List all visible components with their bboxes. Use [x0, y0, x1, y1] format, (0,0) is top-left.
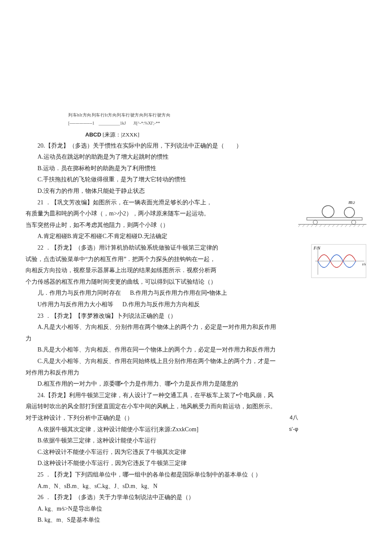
- q24-side-symbol-1: 4八: [290, 413, 298, 423]
- svg-line-12: [324, 224, 326, 227]
- force-time-graph-icon: F/N t/s: [311, 244, 366, 278]
- figure-label-m2: m₂: [349, 199, 355, 205]
- q22-option-c: U作用力与反作用力大小相等: [37, 301, 113, 308]
- q22-figure: F/N t/s: [311, 244, 366, 278]
- svg-text:t/s: t/s: [362, 262, 366, 266]
- options-abcd: ABCD: [85, 131, 101, 138]
- q23-option-d: D.相互作用的一对力中，原委哪•个力是作用力、哪•个力是反作用力是随意的: [26, 378, 366, 390]
- svg-line-8: [307, 224, 309, 227]
- q26-option-a: A. kg、m⁄s>N是导出单位: [26, 503, 366, 515]
- svg-point-4: [352, 220, 356, 224]
- q23-option-c-cont: 对作用力和反作用力: [26, 367, 366, 379]
- q23-option-a: A.凡是大小相等、方向相反、分别作用在两个物体上的两个力，必定是一对作用力和反作…: [26, 322, 366, 333]
- figure-ylabel: F/N: [313, 246, 321, 250]
- q24-stem-line3: 4八 对于这种设计，下列分析中正确的是（）: [26, 413, 366, 424]
- svg-line-16: [341, 224, 343, 227]
- svg-line-17: [345, 224, 347, 227]
- svg-line-7: [303, 224, 305, 227]
- svg-line-20: [358, 224, 360, 227]
- divider-dotted: [----------------1 __________1kJ Jl[^-*:…: [68, 119, 366, 127]
- svg-line-9: [311, 224, 313, 227]
- svg-line-18: [349, 224, 352, 227]
- svg-point-3: [313, 220, 317, 224]
- q23-option-a-cont: 力: [26, 333, 366, 345]
- svg-line-13: [328, 224, 330, 227]
- q22-option-b: B.作用力与反作用力作用在同•物体上: [130, 290, 227, 296]
- q22-options-row2: U作用力与反作用力大小相等 D.作用力与反作用力方向相反: [26, 299, 366, 311]
- q22-options-row1: 儿．作用力与反作用力同时存在 B.作用力与反作用力作用在同•物体上: [26, 288, 366, 299]
- q25-stem: 25 ．【乔龙】下列四组单位中，哪一组中的各单位都是国际单位制中的基本单位（ ）: [26, 469, 366, 481]
- svg-line-19: [354, 224, 356, 227]
- q24-option-a: s'-φ A.依据牛顿其次定律，这种设计能使小车运行[来源:ZxxkCom]: [26, 424, 366, 436]
- q21-figure: m₂: [298, 199, 366, 229]
- q20-option-a: A.运动员在跳远时的助跑是为了增大起跳时的惯性: [26, 151, 366, 163]
- q20-option-d: D.没有力的作用，物体只能处于静止状态: [26, 186, 366, 197]
- q20-stem: 20.【乔龙】（多选）关于惯性在实际中的应用，下列说法中正确的是（ ）: [26, 140, 366, 152]
- svg-line-15: [337, 224, 339, 227]
- q22-option-d: D.作用力与反作用力方向相反: [122, 301, 200, 308]
- q26-option-b: B. kg、m、S是基本单位: [26, 514, 366, 526]
- header-fragment: 列车hIt方向列车行It方向列车行驶方向列车行驶方向 [------------…: [68, 111, 366, 127]
- q20-option-c: C.手扶拖拉机的飞轮做得很重，是为了增大它转动的惯性: [26, 174, 366, 186]
- svg-line-21: [362, 224, 364, 227]
- svg-line-6: [298, 224, 300, 227]
- svg-rect-2: [307, 218, 362, 220]
- q21-options: A.肯定相碰B.肯定不相碰C.不肯定相碰D.无法确定: [26, 231, 366, 242]
- abcd-source-line: ABCD [来源：|ZXXK]: [85, 130, 366, 140]
- svg-point-0: [322, 206, 334, 218]
- q23-option-b: B.凡是大小相等、方向相反、作用在同一个物体上的两个力，必定是一对作用力和反作用…: [26, 344, 366, 356]
- q26-stem: 26 ．【乔龙】（多选）关于力学单位制说法中正确的是（）: [26, 492, 366, 503]
- q24-stem-line2: 扇运转时吹出的风全部打到竖直固定在小车中间的风帆上，地风帆受力而向前运动，如图所…: [26, 401, 366, 413]
- q24-stem-line3-text: 对于这种设计，下列分析中正确的是（）: [26, 415, 133, 421]
- source-tag: [来源：|ZXXK]: [103, 131, 139, 138]
- svg-line-11: [320, 224, 322, 227]
- q23-option-c: C.凡是大小相等、方向相反、作用在同始终线上且分别作用在两个物体上的两个力，才是…: [26, 356, 366, 367]
- train-direction-labels: 列车hIt方向列车行It方向列车行驶方向列车行驶方向: [68, 111, 366, 119]
- q24-option-b: B.依据牛顿第三定律，这种设计能使小车运行: [26, 435, 366, 447]
- q24-side-symbol-2: s'-φ: [277, 424, 298, 435]
- q20-option-b: B.运动．员在掷标枪时的助跑是为了利用惯性: [26, 163, 366, 174]
- q24-option-a-text: A.依据牛顿其次定律，这种设计能使小车运行[来源:ZxxkCom]: [37, 426, 199, 433]
- q24-option-c: C.这种设计不能使小车运行，因为它违反了牛顿其次定律: [26, 447, 366, 458]
- q23-stem: 23 ．【乔龙】【李梦雅改编】卜列说法正确的是（）: [26, 311, 366, 322]
- q22-option-a: 儿．作用力与反作用力同时存在: [37, 290, 121, 296]
- svg-line-10: [315, 224, 317, 227]
- svg-point-1: [344, 207, 355, 218]
- cart-balls-icon: m₂: [298, 199, 366, 229]
- svg-line-14: [332, 224, 334, 227]
- q24-stem-line1: 24.【乔龙】利用牛顿第三定律，有人设计了一种交通工具，在平板车上装了•个电风崩…: [26, 390, 366, 401]
- q25-options: A.m、N、sB.m、kg、sC.kg、J、sD.m、kg、N: [26, 481, 366, 492]
- q24-option-d: D.这种设计不能使小车运行，因为它违反了牛顿第三定律: [26, 458, 366, 469]
